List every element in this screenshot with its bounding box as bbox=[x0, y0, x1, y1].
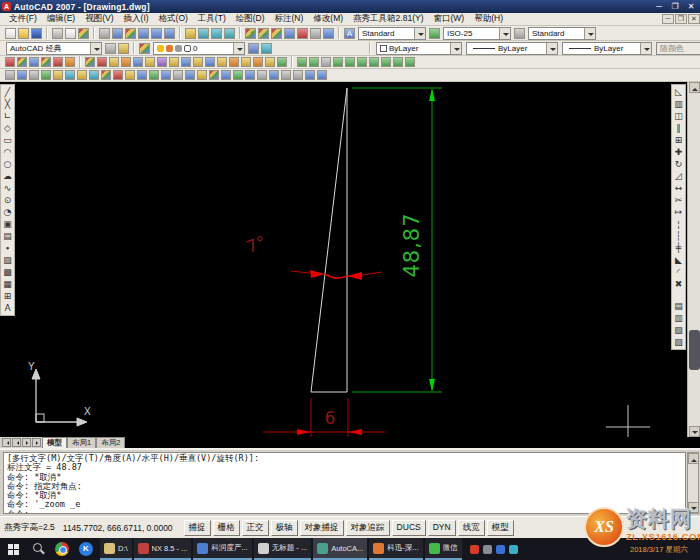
toolbar4-10-icon[interactable] bbox=[113, 70, 123, 80]
yanxiu-tool-7-icon[interactable] bbox=[85, 57, 95, 67]
layer-color-swatch[interactable] bbox=[184, 45, 191, 52]
blue-app-icon[interactable]: K bbox=[79, 542, 93, 556]
taskbar-item[interactable]: 科迅-深... bbox=[369, 538, 422, 560]
table-style-select[interactable]: Standard bbox=[528, 27, 596, 40]
scale-icon[interactable]: ◿ bbox=[673, 170, 685, 182]
toolbar4-5-icon[interactable] bbox=[53, 70, 63, 80]
point-icon[interactable]: ∙ bbox=[2, 242, 14, 254]
cut-icon[interactable] bbox=[99, 28, 110, 39]
toolbar4-13-icon[interactable] bbox=[149, 70, 159, 80]
yanxiu-tool-22-icon[interactable] bbox=[265, 57, 275, 67]
chevron-down-icon[interactable] bbox=[90, 43, 101, 54]
tab-布局1[interactable]: 布局1 bbox=[67, 437, 96, 448]
yanxiu-tool-9-icon[interactable] bbox=[109, 57, 119, 67]
chevron-down-icon[interactable] bbox=[584, 28, 595, 39]
offset-icon[interactable]: ∥ bbox=[673, 122, 685, 134]
menu-item[interactable]: 视图(V) bbox=[80, 13, 118, 23]
yanxiu-tool-29-icon[interactable] bbox=[357, 57, 367, 67]
pan-realtime-icon[interactable] bbox=[185, 28, 196, 39]
save-icon[interactable] bbox=[31, 28, 42, 39]
zoom-previous-icon[interactable] bbox=[224, 28, 235, 39]
doc-minimize-button[interactable] bbox=[662, 14, 674, 24]
arc-icon[interactable]: ◠ bbox=[2, 146, 14, 158]
chevron-down-icon[interactable] bbox=[499, 28, 510, 39]
menu-item[interactable]: 窗口(W) bbox=[428, 13, 469, 23]
paste-icon[interactable] bbox=[125, 28, 136, 39]
zoom-realtime-icon[interactable] bbox=[198, 28, 209, 39]
status-toggle-正交[interactable]: 正交 bbox=[242, 520, 269, 536]
yanxiu-tool-16-icon[interactable] bbox=[193, 57, 203, 67]
status-toggle-捕捉[interactable]: 捕捉 bbox=[184, 520, 211, 536]
taskbar-item[interactable]: NX 8.5 - ... bbox=[134, 538, 192, 560]
designcenter-icon[interactable] bbox=[258, 28, 269, 39]
status-toggle-线宽[interactable]: 线宽 bbox=[458, 520, 485, 536]
status-toggle-DYN[interactable]: DYN bbox=[428, 520, 456, 536]
chevron-down-icon[interactable] bbox=[546, 43, 557, 54]
maximize-button[interactable] bbox=[668, 2, 682, 12]
scroll-up-icon[interactable] bbox=[689, 82, 700, 93]
color-select[interactable]: ByLayer bbox=[376, 42, 462, 55]
make-object-layer-current-icon[interactable] bbox=[248, 43, 259, 54]
match-properties-icon[interactable] bbox=[138, 28, 149, 39]
chevron-down-icon[interactable] bbox=[450, 43, 461, 54]
layer-freeze-icon[interactable] bbox=[166, 45, 173, 52]
revision-cloud-icon[interactable]: ☁ bbox=[2, 170, 14, 182]
tab-prev-icon[interactable] bbox=[12, 438, 21, 447]
chevron-down-icon[interactable] bbox=[414, 28, 425, 39]
layer-select[interactable]: 0 bbox=[153, 42, 245, 55]
menu-item[interactable]: 标注(N) bbox=[270, 13, 309, 23]
yanxiu-tool-1-icon[interactable] bbox=[5, 57, 15, 67]
send-to-back-icon[interactable]: ▥ bbox=[673, 312, 685, 324]
tab-first-icon[interactable] bbox=[2, 438, 11, 447]
trim-icon[interactable]: ✂ bbox=[673, 194, 685, 206]
send-under-objects-icon[interactable]: ▨ bbox=[673, 336, 685, 348]
toolbar4-16-icon[interactable] bbox=[185, 70, 195, 80]
yanxiu-tool-30-icon[interactable] bbox=[369, 57, 379, 67]
yanxiu-tool-14-icon[interactable] bbox=[169, 57, 179, 67]
copy-icon[interactable] bbox=[112, 28, 123, 39]
fillet-icon[interactable]: ◜ bbox=[673, 266, 685, 278]
undo-icon[interactable] bbox=[151, 28, 162, 39]
yanxiu-tool-24-icon[interactable] bbox=[297, 57, 307, 67]
move-icon[interactable]: ✚ bbox=[673, 146, 685, 158]
model-space-canvas[interactable]: 48,87 7° 6 bbox=[0, 82, 700, 437]
taskbar-item[interactable]: 微信 bbox=[425, 538, 462, 560]
bring-to-front-icon[interactable]: ▤ bbox=[673, 300, 685, 312]
region-icon[interactable]: ▦ bbox=[2, 278, 14, 290]
insert-block-icon[interactable]: ▣ bbox=[2, 218, 14, 230]
toolbar4-24-icon[interactable] bbox=[281, 70, 291, 80]
toolbar4-14-icon[interactable] bbox=[161, 70, 171, 80]
erase-icon[interactable]: ◺ bbox=[673, 86, 685, 98]
table-icon[interactable]: ⊞ bbox=[2, 290, 14, 302]
polygon-icon[interactable]: ◇ bbox=[2, 122, 14, 134]
yanxiu-tool-17-icon[interactable] bbox=[205, 57, 215, 67]
taskbar-item[interactable]: D:\ bbox=[100, 538, 132, 560]
layer-lock-icon[interactable] bbox=[175, 45, 182, 52]
sheet-set-manager-icon[interactable] bbox=[284, 28, 295, 39]
menu-item[interactable]: 修改(M) bbox=[308, 13, 348, 23]
publish-icon[interactable] bbox=[78, 28, 89, 39]
lineweight-select[interactable]: ByLayer bbox=[562, 42, 652, 55]
menu-item[interactable]: 文件(F) bbox=[4, 13, 42, 23]
yanxiu-tool-18-icon[interactable] bbox=[217, 57, 227, 67]
chamfer-icon[interactable]: ◣ bbox=[673, 254, 685, 266]
toolbar4-22-icon[interactable] bbox=[257, 70, 267, 80]
rectangle-icon[interactable]: ▭ bbox=[2, 134, 14, 146]
yanxiu-tool-5-icon[interactable] bbox=[53, 57, 63, 67]
dim-height-text[interactable]: 48,87 bbox=[400, 212, 424, 277]
new-icon[interactable] bbox=[5, 28, 16, 39]
cloud-tray-icon[interactable] bbox=[509, 545, 518, 554]
layer-properties-manager-icon[interactable] bbox=[139, 43, 150, 54]
ellipse-icon[interactable]: ⊙ bbox=[2, 194, 14, 206]
dimension-height[interactable]: 48,87 bbox=[352, 88, 442, 392]
status-toggle-模型[interactable]: 模型 bbox=[487, 520, 514, 536]
sogou-tray-icon[interactable] bbox=[470, 545, 479, 554]
yanxiu-tool-6-icon[interactable] bbox=[65, 57, 75, 67]
open-icon[interactable] bbox=[18, 28, 29, 39]
hatch-icon[interactable]: ▨ bbox=[2, 254, 14, 266]
toolbar4-20-icon[interactable] bbox=[233, 70, 243, 80]
status-toggle-栅格[interactable]: 栅格 bbox=[213, 520, 240, 536]
properties-icon[interactable] bbox=[245, 28, 256, 39]
menu-item[interactable]: 工具(T) bbox=[193, 13, 231, 23]
spline-icon[interactable]: ∿ bbox=[2, 182, 14, 194]
